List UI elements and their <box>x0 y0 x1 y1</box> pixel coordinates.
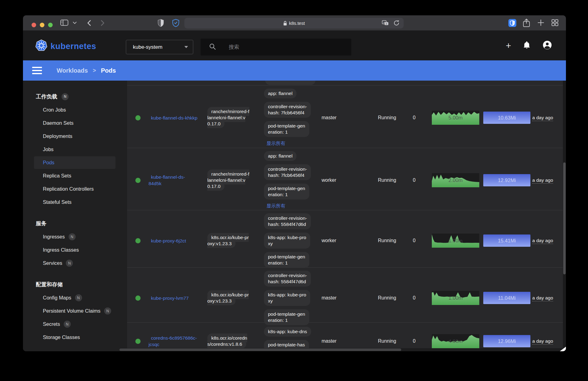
sidebar-item-label: Jobs <box>43 147 54 152</box>
new-badge: N <box>69 233 76 240</box>
translate-icon[interactable]: A文 <box>382 20 389 26</box>
sidebar-item-config-maps[interactable]: Config MapsN <box>23 291 127 304</box>
memory-bar: 12.92Mi <box>483 174 530 186</box>
new-tab-icon[interactable] <box>537 19 544 26</box>
privacy-shield-icon[interactable] <box>158 19 164 27</box>
breadcrumb-separator-icon: > <box>93 67 96 74</box>
sidebar-item-ingress-classes[interactable]: Ingress Classes <box>23 243 127 257</box>
breadcrumb-section[interactable]: Workloads <box>57 67 88 74</box>
pod-phase-cell-value: Running <box>378 295 396 300</box>
close-window-button[interactable] <box>32 23 36 27</box>
pod-restarts-cell: 0 <box>413 177 432 183</box>
sidebar-item-cron-jobs[interactable]: Cron Jobs <box>23 103 127 116</box>
pod-phase-cell-value: Running <box>378 238 396 243</box>
kubernetes-brand[interactable]: kubernetes <box>35 40 96 53</box>
pod-node-cell: worker <box>322 238 378 243</box>
search-box[interactable]: 搜索 <box>201 39 351 55</box>
address-bar[interactable]: k8s.test A文 <box>184 18 404 29</box>
sidebar-item-storage-classes[interactable]: Storage Classes <box>23 331 127 344</box>
pod-memory-cell: 10.63Mi <box>483 112 532 124</box>
back-button[interactable] <box>87 19 92 27</box>
memory-value: 12.92Mi <box>498 177 516 183</box>
sidebar-item-replica-sets[interactable]: Replica Sets <box>23 169 127 182</box>
zoom-window-button[interactable] <box>48 23 53 27</box>
memory-bar: 10.63Mi <box>483 112 530 124</box>
sidebar-item-ingresses[interactable]: IngressesN <box>23 230 127 243</box>
image-chip: k8s.gcr.io/kube-pr oxy:v1.23.3 <box>207 290 249 305</box>
image-chip: k8s.gcr.io/kube-pr oxy:v1.23.3 <box>207 233 249 248</box>
password-extension-icon[interactable] <box>508 19 516 27</box>
pod-node-cell-value: master <box>322 338 337 344</box>
sidebar-chevron-icon[interactable] <box>73 21 77 24</box>
label-chip: k8s-app: kube-dns <box>264 327 311 337</box>
minimize-window-button[interactable] <box>40 23 44 27</box>
create-resource-button[interactable]: + <box>506 41 511 50</box>
sidebar-item-label: Persistent Volume Claims <box>43 308 100 314</box>
pod-name-link[interactable]: kube-flannel-ds-khkkp <box>149 115 198 120</box>
pod-node-cell: worker <box>322 177 378 183</box>
sidebar-item-services[interactable]: ServicesN <box>23 257 127 270</box>
pod-phase-cell-value: Running <box>378 338 396 344</box>
pod-phase-cell: Running <box>378 338 413 344</box>
pod-name-cell: kube-proxy-lvm77 <box>149 295 207 301</box>
sidebar-item-jobs[interactable]: Jobs <box>23 143 127 156</box>
app-header: kubernetes kube-system 搜索 + <box>23 31 566 60</box>
vertical-scrollbar-thumb[interactable] <box>563 162 566 274</box>
pod-phase-cell-value: Running <box>378 177 396 183</box>
label-chip: k8s-app: kube-pro xy <box>264 290 310 306</box>
sidebar-item-label: Cron Jobs <box>43 107 66 113</box>
pod-name-link[interactable]: coredns-6c8957686c- jcsqc <box>149 335 197 347</box>
pod-name-link[interactable]: kube-flannel-ds- 84d5k <box>149 174 185 186</box>
pod-node-cell: master <box>322 338 378 344</box>
pod-status-cell <box>127 295 149 301</box>
horizontal-scrollbar-thumb[interactable] <box>119 349 401 351</box>
namespace-select[interactable]: kube-system <box>126 40 193 54</box>
pod-name-cell: kube-proxy-6j2ct <box>149 238 207 244</box>
memory-value: 11.04Mi <box>498 295 515 301</box>
sidebar-item-secrets[interactable]: SecretsN <box>23 318 127 331</box>
sidebar-item-persistent-volume-claims[interactable]: Persistent Volume ClaimsN <box>23 304 127 318</box>
pod-memory-cell: 12.96Mi <box>483 335 532 347</box>
sidebar-item-stateful-sets[interactable]: Stateful Sets <box>23 196 127 209</box>
pod-name-link[interactable]: kube-proxy-lvm77 <box>149 295 189 301</box>
sidebar-item-daemon-sets[interactable]: Daemon Sets <box>23 116 127 130</box>
horizontal-scrollbar-track[interactable] <box>119 348 566 351</box>
sidebar-toggle-icon[interactable] <box>60 19 68 26</box>
share-icon[interactable] <box>523 18 530 27</box>
pod-phase-cell: Running <box>378 177 413 183</box>
pod-restarts-cell-value: 0 <box>413 177 416 183</box>
notifications-bell-icon[interactable] <box>523 41 531 51</box>
cpu-sparkline: 1.00m <box>432 291 479 305</box>
pod-age-cell: a day ago <box>532 295 566 301</box>
pod-phase-cell-value: Running <box>378 115 396 120</box>
user-account-icon[interactable] <box>542 40 552 51</box>
pod-age-cell: a day ago <box>532 238 566 243</box>
pod-name-link[interactable]: kube-proxy-6j2ct <box>149 238 186 243</box>
pod-cpu-cell: 1.00m <box>432 234 483 248</box>
sidebar-item-pods[interactable]: Pods <box>23 156 127 169</box>
show-all-link[interactable]: 显示所有 <box>264 140 285 147</box>
vertical-scrollbar-track[interactable] <box>563 81 566 351</box>
new-badge: N <box>66 260 73 267</box>
menu-hamburger-icon[interactable] <box>32 67 42 74</box>
sidebar-section-title: 配置和存储 <box>23 278 127 291</box>
pod-memory-cell: 12.92Mi <box>483 174 532 186</box>
vpn-shield-check-icon[interactable] <box>172 19 179 27</box>
image-chip: rancher/mirrored-f lannelcni-flannel:v 0… <box>207 170 249 191</box>
reload-icon[interactable] <box>394 20 399 26</box>
cpu-value: 2.00m <box>432 173 479 187</box>
pod-phase-cell: Running <box>378 238 413 243</box>
pod-node-cell: master <box>322 115 378 120</box>
sidebar-item-deployments[interactable]: Deployments <box>23 130 127 143</box>
new-badge: N <box>104 307 111 314</box>
tab-overview-icon[interactable] <box>552 19 558 26</box>
forward-button[interactable] <box>100 19 105 27</box>
pod-age-cell: a day ago <box>532 338 566 344</box>
show-all-link[interactable]: 显示所有 <box>264 203 285 209</box>
sidebar-item-replication-controllers[interactable]: Replication Controllers <box>23 182 127 196</box>
sidebar-section-title: 服务 <box>23 217 127 230</box>
resize-corner[interactable] <box>560 347 566 351</box>
pod-restarts-cell-value: 0 <box>413 338 416 344</box>
pod-labels-cell: controller-revision- hash: 5584f47d6dk8s… <box>262 210 322 271</box>
status-ok-icon <box>135 295 141 301</box>
